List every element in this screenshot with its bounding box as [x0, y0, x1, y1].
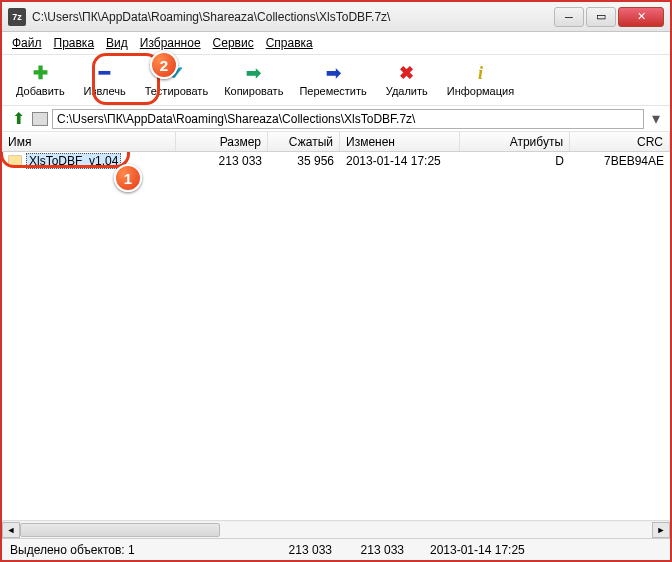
- status-modified: 2013-01-14 17:25: [412, 543, 670, 557]
- arrow-right-dark-icon: ➡: [323, 63, 343, 83]
- status-packed: 213 033: [340, 543, 412, 557]
- scroll-left-icon[interactable]: ◄: [2, 522, 20, 538]
- menu-view[interactable]: Вид: [100, 34, 134, 52]
- menu-favorites[interactable]: Избранное: [134, 34, 207, 52]
- scroll-thumb[interactable]: [20, 523, 220, 537]
- add-label: Добавить: [16, 85, 65, 97]
- delete-label: Удалить: [386, 85, 428, 97]
- status-size: 213 033: [268, 543, 340, 557]
- extract-button[interactable]: ━ Извлечь: [73, 61, 137, 99]
- up-arrow-icon: ⬆: [12, 109, 25, 128]
- status-selection: Выделено объектов: 1: [2, 543, 268, 557]
- move-label: Переместить: [299, 85, 366, 97]
- col-crc[interactable]: CRC: [570, 132, 670, 151]
- row-name: XlsToDBF_v1.04: [26, 153, 121, 169]
- arrow-right-icon: ➡: [244, 63, 264, 83]
- extract-label: Извлечь: [84, 85, 126, 97]
- file-list[interactable]: XlsToDBF_v1.04 213 033 35 956 2013-01-14…: [2, 152, 670, 520]
- copy-label: Копировать: [224, 85, 283, 97]
- up-button[interactable]: ⬆: [8, 109, 28, 129]
- path-dropdown[interactable]: ▾: [648, 109, 664, 128]
- info-icon: i: [470, 63, 490, 83]
- row-packed: 35 956: [268, 154, 340, 168]
- minimize-button[interactable]: ─: [554, 7, 584, 27]
- annotation-badge-1: 1: [114, 164, 142, 192]
- menu-file[interactable]: Файл: [6, 34, 48, 52]
- h-scrollbar[interactable]: ◄ ►: [2, 520, 670, 538]
- info-button[interactable]: i Информация: [439, 61, 522, 99]
- app-icon: 7z: [8, 8, 26, 26]
- close-button[interactable]: ✕: [618, 7, 664, 27]
- row-attr: D: [460, 154, 570, 168]
- row-size: 213 033: [176, 154, 268, 168]
- col-name[interactable]: Имя: [2, 132, 176, 151]
- folder-icon: [8, 155, 22, 167]
- minus-icon: ━: [95, 63, 115, 83]
- x-icon: ✖: [397, 63, 417, 83]
- delete-button[interactable]: ✖ Удалить: [375, 61, 439, 99]
- menu-tools[interactable]: Сервис: [207, 34, 260, 52]
- col-attr[interactable]: Атрибуты: [460, 132, 570, 151]
- maximize-button[interactable]: ▭: [586, 7, 616, 27]
- scroll-track[interactable]: [20, 522, 652, 538]
- path-input[interactable]: [52, 109, 644, 129]
- titlebar: 7z C:\Users\ПК\AppData\Roaming\Shareaza\…: [2, 2, 670, 32]
- row-crc: 7BEB94AE: [570, 154, 670, 168]
- menu-edit[interactable]: Правка: [48, 34, 101, 52]
- row-modified: 2013-01-14 17:25: [340, 154, 460, 168]
- copy-button[interactable]: ➡ Копировать: [216, 61, 291, 99]
- add-button[interactable]: ✚ Добавить: [8, 61, 73, 99]
- scroll-right-icon[interactable]: ►: [652, 522, 670, 538]
- statusbar: Выделено объектов: 1 213 033 213 033 201…: [2, 538, 670, 560]
- test-label: Тестировать: [145, 85, 209, 97]
- plus-icon: ✚: [30, 63, 50, 83]
- col-size[interactable]: Размер: [176, 132, 268, 151]
- pathbar: ⬆ ▾: [2, 106, 670, 132]
- col-packed[interactable]: Сжатый: [268, 132, 340, 151]
- column-headers: Имя Размер Сжатый Изменен Атрибуты CRC: [2, 132, 670, 152]
- menu-help[interactable]: Справка: [260, 34, 319, 52]
- col-modified[interactable]: Изменен: [340, 132, 460, 151]
- move-button[interactable]: ➡ Переместить: [291, 61, 374, 99]
- annotation-badge-2: 2: [150, 51, 178, 79]
- info-label: Информация: [447, 85, 514, 97]
- menubar: Файл Правка Вид Избранное Сервис Справка: [2, 32, 670, 54]
- table-row[interactable]: XlsToDBF_v1.04 213 033 35 956 2013-01-14…: [2, 152, 670, 170]
- toolbar: ✚ Добавить ━ Извлечь ✔ Тестировать ➡ Коп…: [2, 54, 670, 106]
- drive-icon: [32, 112, 48, 126]
- window-title: C:\Users\ПК\AppData\Roaming\Shareaza\Col…: [32, 10, 552, 24]
